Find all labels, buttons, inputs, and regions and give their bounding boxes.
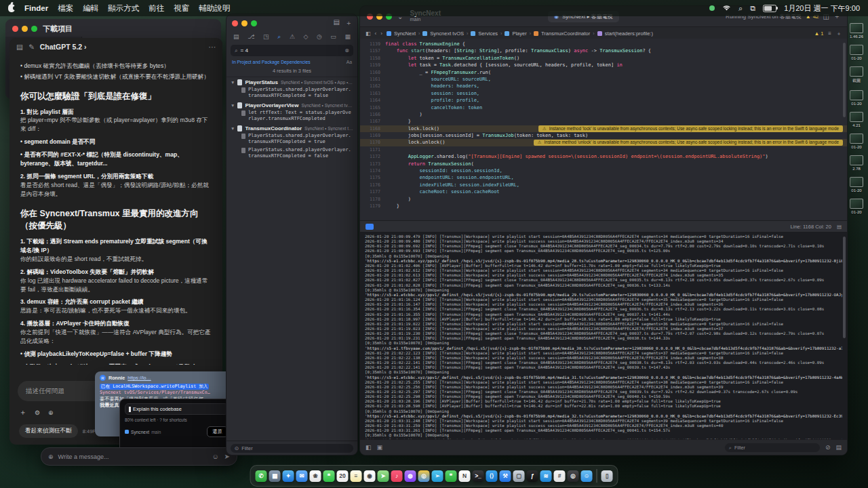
control-center-icon[interactable]: ⧉	[750, 5, 755, 12]
tests-icon[interactable]: ◇	[303, 33, 308, 41]
disclosure-triangle-icon[interactable]: ▼	[231, 126, 235, 131]
code-line[interactable]: 1179 }	[360, 203, 847, 209]
console-filter-field[interactable]: ⌕ Filter	[725, 443, 820, 452]
dock-icon-calendar[interactable]: 20	[337, 470, 349, 482]
dock-icon-music[interactable]: ♪	[391, 470, 403, 482]
disclosure-triangle-icon[interactable]: ▼	[231, 80, 235, 85]
dock-icon-docker[interactable]: ≋	[540, 470, 552, 482]
code-line[interactable]: 1174 sessionId: session.sessionId,	[360, 167, 847, 174]
search-match-row[interactable]: PlayerStatus.shared.playerOverlayer.tran…	[231, 85, 353, 100]
dock-icon-safari[interactable]: ✦	[283, 470, 294, 482]
dock-icon-vscode[interactable]: ⟨⟩	[486, 470, 498, 482]
code-line[interactable]: 1159 let task = Task.detached { [session…	[360, 62, 847, 68]
find-navigator-icon[interactable]: ⌕	[277, 33, 281, 41]
project-navigator-icon[interactable]: ▤	[233, 33, 239, 41]
apple-menu-icon[interactable]	[8, 4, 15, 12]
menu-item-前往[interactable]: 前往	[149, 3, 164, 14]
jump-bar[interactable]: ◧ ‹ › SyncNext›Syncnext tvOS›Services›Pl…	[360, 26, 847, 40]
minimap-icon[interactable]: ▤	[837, 224, 842, 230]
menu-item-顯示方式[interactable]: 顯示方式	[108, 3, 139, 14]
search-match-row[interactable]: PlayerStatus.shared.playerOverlayer.tran…	[231, 131, 353, 146]
match-case-toggle[interactable]: Aa	[347, 60, 352, 64]
jump-bar-warning-count[interactable]: ▲ 1	[814, 30, 824, 37]
dock-icon-chrome[interactable]: ◎	[418, 470, 430, 482]
battery-icon[interactable]	[763, 5, 776, 12]
dock-icon-trash[interactable]: ▯	[601, 470, 613, 482]
code-line[interactable]: 1175 endpointURL: session.endpointURL,	[360, 174, 847, 181]
dock-icon-wechat[interactable]: ❞	[446, 470, 457, 482]
breakpoint-toggle-icon[interactable]	[366, 224, 374, 230]
find-search-field[interactable]: ⌕ = 4 ⊗	[231, 45, 353, 56]
screen-share-status-icon[interactable]	[709, 5, 715, 11]
code-line[interactable]: 1160 _ = FFmpegTransmuxer.run(	[360, 69, 847, 76]
emoji-icon[interactable]: ☺	[212, 453, 218, 460]
debug-console[interactable]: 2026-01-20 21:00:09.479 [INFO] [Transmux…	[360, 232, 847, 440]
result-group-header[interactable]: ▼PlayerOverlayerViewSyncNext • Syncnext …	[231, 102, 353, 108]
issues-icon[interactable]: ⚠	[290, 33, 295, 41]
symbols-icon[interactable]: ◳	[263, 33, 269, 41]
code-line[interactable]: 1139final class TransmuxEngine {	[360, 41, 847, 47]
debug-icon[interactable]: ◷	[317, 33, 322, 41]
message-input-bar[interactable]: ⊕ Write a message... ☺ ➤	[41, 447, 237, 466]
breadcrumb-item[interactable]: start(headers:profile:)	[605, 30, 653, 37]
add-icon[interactable]: ＋	[345, 18, 352, 28]
dock-icon-launchpad[interactable]: ▦	[269, 470, 281, 482]
chat-transcript[interactable]: • demux 確實允許丟包繼續（丟掉壞卡包等待更多 bytes）• 解碼端遇到…	[9, 57, 222, 365]
breakpoints-icon[interactable]: ▭	[330, 33, 336, 41]
clear-console-icon[interactable]: ⊘	[825, 444, 831, 451]
message-input[interactable]: Write a message...	[58, 453, 109, 460]
code-line[interactable]: 1168 lock.lock()⚠Instance method 'lock' …	[360, 125, 847, 132]
active-app-menu[interactable]: Finder	[24, 4, 48, 12]
desktop-file[interactable]: 01-20	[850, 177, 863, 192]
console-panel-icon[interactable]: ▤	[835, 444, 842, 451]
breadcrumb-item[interactable]: TransmuxCoordinator	[541, 30, 590, 37]
breadcrumb-item[interactable]: Syncnext tvOS	[430, 30, 464, 37]
agent-project-label[interactable]: Syncnext main	[125, 430, 161, 434]
console-mode-icon[interactable]: ◧	[366, 444, 372, 451]
console-scrollbar[interactable]	[843, 237, 846, 338]
breadcrumb-item[interactable]: SyncNext	[394, 30, 416, 37]
dock-icon-maps[interactable]: ➤	[378, 470, 389, 482]
new-chat-icon[interactable]: ✎	[28, 43, 35, 51]
breadcrumb-item[interactable]: Player	[512, 30, 526, 37]
result-group-header[interactable]: ▼PlayerStatusSyncNext • Syncnext tvOS • …	[231, 79, 353, 85]
dock-icon-finder[interactable]: ☺	[581, 470, 593, 482]
desktop-file[interactable]: 01-20	[850, 45, 863, 60]
find-results-list[interactable]: ▼PlayerStatusSyncNext • Syncnext tvOS • …	[226, 77, 357, 161]
search-scope[interactable]: In Project and Package Dependencies	[232, 60, 311, 64]
attachment-icon[interactable]: ⊕	[48, 453, 54, 460]
variables-view-icon[interactable]: ▣	[377, 444, 383, 451]
related-items-icon[interactable]: ◧	[366, 30, 371, 37]
dock-icon-mail[interactable]: ✉	[296, 470, 308, 482]
code-line[interactable]: 1157 func start(headers: [String: String…	[360, 47, 847, 54]
dock-icon-photos[interactable]: ❀	[310, 470, 321, 482]
desktop-file[interactable]: 2.78	[850, 155, 863, 171]
more-options-icon[interactable]: ⋯	[209, 43, 216, 51]
desktop-file[interactable]: 截圖	[850, 66, 863, 84]
code-line[interactable]: 1170 lock.unlock()⚠Instance method 'unlo…	[360, 139, 847, 146]
menu-bar-clock[interactable]: 1月20日 週一 下午9:00	[784, 3, 860, 14]
code-line[interactable]: 1164 profile: profile,	[360, 97, 847, 104]
restore-button[interactable]: 還原	[207, 426, 228, 437]
list-view-icon[interactable]: ▤	[334, 18, 340, 28]
search-match-row[interactable]: let rtfText: Text = status.playerOverlay…	[231, 108, 353, 123]
code-line[interactable]: 1161 sourceURL: sourceURL,	[360, 76, 847, 83]
desktop-file[interactable]: 4.21	[850, 112, 863, 127]
code-line[interactable]: 1158 let token = TransmuxCancellationTok…	[360, 55, 847, 62]
code-line[interactable]: 1167 }	[360, 118, 847, 125]
dock-icon-reminders[interactable]: ◉	[364, 470, 376, 482]
source-control-icon[interactable]: ⎇	[248, 33, 254, 41]
window-controls[interactable]	[232, 20, 257, 26]
source-editor[interactable]: 1139final class TransmuxEngine {1157 fun…	[360, 39, 847, 222]
wifi-icon[interactable]	[722, 5, 731, 12]
breadcrumb-item[interactable]: Services	[478, 30, 498, 37]
dock-icon-simulator[interactable]: ▢	[513, 470, 525, 482]
code-line[interactable]: 1172 AppLogger.shared.log("[Transmux][En…	[360, 153, 847, 160]
desktop-file[interactable]: 01-20	[850, 90, 863, 106]
desktop-file[interactable]: 01-20	[850, 134, 863, 149]
dock-icon-xcode[interactable]: ⚒	[500, 470, 511, 482]
code-line[interactable]: 1178 )	[360, 196, 847, 203]
menu-item-視窗[interactable]: 視窗	[174, 3, 189, 14]
navigator-filter-field[interactable]: ⊙ Filter	[231, 444, 353, 453]
code-line[interactable]: 1171	[360, 146, 847, 153]
